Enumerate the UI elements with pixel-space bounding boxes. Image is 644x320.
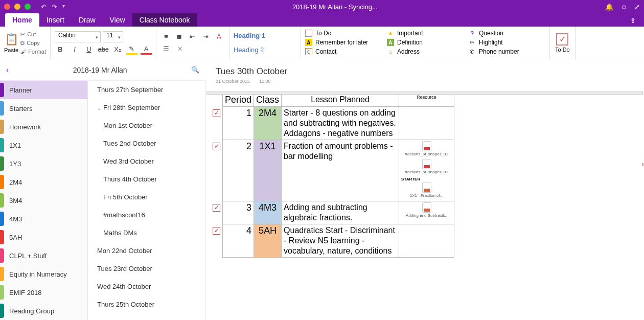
tag-phone[interactable]: ✆Phone number xyxy=(469,47,545,56)
resource-file[interactable]: 1X1 - Fraction of... xyxy=(401,182,452,198)
page-item[interactable]: Thurs 4th October xyxy=(88,170,205,188)
page-item[interactable]: Tues 23rd October xyxy=(88,260,205,278)
page-item[interactable]: Mon 22nd October xyxy=(88,242,205,260)
maximize-window-button[interactable] xyxy=(25,4,31,10)
page-canvas[interactable]: Tues 30th October 21 October 2015 12:08 … xyxy=(205,59,644,320)
tab-insert[interactable]: Insert xyxy=(39,13,72,27)
todo-checkbox[interactable]: ✓ xyxy=(213,204,220,212)
close-window-button[interactable] xyxy=(4,4,10,10)
section-item[interactable]: 5AH xyxy=(0,228,87,246)
tab-view[interactable]: View xyxy=(103,13,132,27)
redo-button[interactable]: ↷ xyxy=(52,3,57,11)
notebook-title[interactable]: 2018-19 Mr Allan xyxy=(73,66,127,74)
tab-draw[interactable]: Draw xyxy=(72,13,103,27)
section-item[interactable]: 2M4 xyxy=(0,173,87,191)
todo-checkbox[interactable]: ✓ xyxy=(213,109,220,117)
todo-checkbox[interactable]: ✓ xyxy=(213,143,220,150)
bell-icon[interactable]: 🔔 xyxy=(605,3,613,11)
section-item[interactable]: 3M4 xyxy=(0,191,87,210)
section-item[interactable]: Starters xyxy=(0,99,87,118)
page-item[interactable]: Thurs 27th September xyxy=(88,81,205,99)
bold-button[interactable]: B xyxy=(55,44,66,55)
lesson-cell[interactable]: Adding and subtracting algebraic fractio… xyxy=(282,201,399,224)
period-cell[interactable]: 1 xyxy=(223,107,254,140)
table-row[interactable]: ✓12M4Starter - 8 questions on adding and… xyxy=(211,107,454,140)
style-heading1[interactable]: Heading 1 xyxy=(234,32,296,39)
resource-file[interactable]: Adding and Subtracti... xyxy=(401,202,452,218)
period-cell[interactable]: 3 xyxy=(223,201,254,224)
numbering-button[interactable]: ≣ xyxy=(174,32,185,42)
tag-definition[interactable]: ADefinition xyxy=(387,38,464,47)
resource-cell[interactable] xyxy=(399,107,454,140)
period-cell[interactable]: 4 xyxy=(223,224,254,258)
search-button[interactable]: 🔍 xyxy=(191,66,199,74)
italic-button[interactable]: I xyxy=(69,44,80,55)
page-item[interactable]: Mon 1st October xyxy=(88,117,205,134)
tag-contact[interactable]: ☺Contact xyxy=(305,47,382,56)
subscript-button[interactable]: X₂ xyxy=(112,44,123,55)
page-item[interactable]: #mathsconf16 xyxy=(88,206,205,224)
planner-table[interactable]: Period Class Lesson Planned Resource ✓12… xyxy=(211,93,454,258)
tag-address[interactable]: ⌂Address xyxy=(387,47,464,56)
highlight-button[interactable]: ✎ xyxy=(126,44,137,55)
period-cell[interactable]: 2 xyxy=(223,140,254,201)
table-row[interactable]: ✓21X1Fraction of amount problems - bar m… xyxy=(211,140,454,201)
section-item[interactable]: CLPL + Stuff xyxy=(0,246,87,265)
strike-button[interactable]: abc xyxy=(98,44,109,55)
resource-cell[interactable]: fractions_of_shapes_01fractions_of_shape… xyxy=(399,140,454,201)
page-item[interactable]: ⌄Fri 28th September xyxy=(88,99,205,117)
section-item[interactable]: 1X1 xyxy=(0,136,87,154)
resource-cell[interactable] xyxy=(399,224,454,258)
section-item[interactable]: Reading Group xyxy=(0,302,87,320)
indent-button[interactable]: ⇥ xyxy=(200,32,212,42)
tab-home[interactable]: Home xyxy=(5,13,39,27)
table-row[interactable]: ✓45AHQuadratics Start - Discriminant - R… xyxy=(211,224,454,258)
resource-file[interactable]: fractions_of_shapes_01 xyxy=(401,141,452,157)
align-button[interactable]: ☰ xyxy=(160,44,172,54)
minimize-window-button[interactable] xyxy=(14,4,20,10)
back-button[interactable]: ‹ xyxy=(6,65,9,75)
class-cell[interactable]: 5AH xyxy=(254,224,282,258)
todo-checkbox[interactable]: ✓ xyxy=(213,227,220,235)
tag-todo[interactable]: To Do xyxy=(305,29,382,38)
outdent-button[interactable]: ⇤ xyxy=(187,32,198,42)
cut-button[interactable]: ✂Cut xyxy=(20,30,46,39)
section-item[interactable]: Planner xyxy=(0,81,87,99)
lesson-cell[interactable]: Quadratics Start - Discriminant - Review… xyxy=(282,224,399,258)
section-item[interactable]: Homework xyxy=(0,118,87,136)
delete-button[interactable]: ✕ xyxy=(175,44,186,54)
table-handle[interactable] xyxy=(206,92,643,95)
bullets-button[interactable]: ≡ xyxy=(160,32,172,42)
styles-group[interactable]: Heading 1 Heading 2 xyxy=(229,27,301,59)
underline-button[interactable]: U xyxy=(83,44,95,55)
class-cell[interactable]: 1X1 xyxy=(254,140,282,201)
lesson-cell[interactable]: Fraction of amount problems - bar modell… xyxy=(282,140,399,201)
lesson-cell[interactable]: Starter - 8 questions on adding and subt… xyxy=(282,107,399,140)
section-item[interactable]: 4M3 xyxy=(0,210,87,228)
resource-cell[interactable]: Adding and Subtracti... xyxy=(399,201,454,224)
tag-question[interactable]: ?Question xyxy=(469,29,545,38)
page-title[interactable]: Tues 30th October xyxy=(216,66,634,77)
fullscreen-icon[interactable]: ⤢ xyxy=(634,3,640,11)
page-item[interactable]: Wed 24th October xyxy=(88,278,205,295)
tag-remember[interactable]: ARemember for later xyxy=(305,38,382,47)
style-heading2[interactable]: Heading 2 xyxy=(234,46,296,54)
page-item[interactable]: Thurs 25th October xyxy=(88,295,205,313)
font-color-button[interactable]: A xyxy=(141,44,152,55)
clear-format-button[interactable]: A̶ xyxy=(214,32,225,42)
paste-button[interactable]: 📋 Paste xyxy=(4,33,18,53)
share-icon[interactable]: ⇪ xyxy=(628,15,638,27)
tag-highlight[interactable]: ✏Highlight xyxy=(469,38,545,47)
copy-button[interactable]: ⧉Copy xyxy=(20,39,46,48)
section-item[interactable]: EMIF 2018 xyxy=(0,283,87,302)
section-item[interactable]: 1Y3 xyxy=(0,154,87,173)
format-painter-button[interactable]: 🖌Format xyxy=(20,48,46,56)
class-cell[interactable]: 4M3 xyxy=(254,201,282,224)
section-item[interactable]: Equity in Numeracy xyxy=(0,265,87,283)
smiley-icon[interactable]: ☺ xyxy=(620,3,627,11)
page-item[interactable]: Maths DMs xyxy=(88,224,205,242)
font-family-select[interactable]: Calibri▾ xyxy=(55,31,101,42)
todo-button[interactable]: ✓ To Do xyxy=(550,27,576,59)
class-cell[interactable]: 2M4 xyxy=(254,107,282,140)
tab-class-notebook[interactable]: Class Notebook xyxy=(132,13,197,27)
